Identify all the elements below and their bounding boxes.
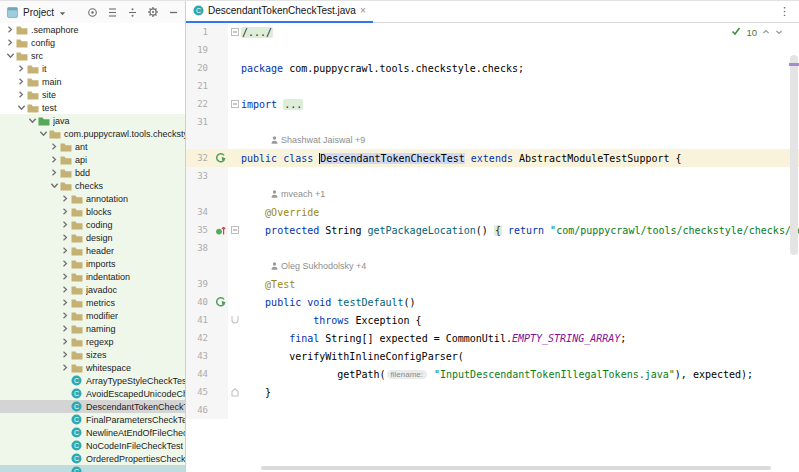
collapse-all-icon[interactable] bbox=[127, 7, 138, 18]
code-author-inlay[interactable]: Oleg Sukhodolsky +4 bbox=[241, 261, 366, 271]
chevron-right-icon[interactable] bbox=[16, 90, 26, 99]
tree-item-site[interactable]: site bbox=[0, 88, 185, 101]
close-icon[interactable]: × bbox=[360, 6, 366, 16]
code-line-32: 32public class DescendantTokenCheckTest … bbox=[186, 149, 799, 167]
chevron-right-icon[interactable] bbox=[60, 272, 70, 281]
overriding-method-icon bbox=[215, 224, 227, 236]
tree-item-imports[interactable]: imports bbox=[0, 257, 185, 270]
tree-item-api[interactable]: api bbox=[0, 153, 185, 166]
chevron-right-icon[interactable] bbox=[60, 285, 70, 294]
chevron-right-icon[interactable] bbox=[49, 168, 59, 177]
chevron-right-icon[interactable] bbox=[60, 246, 70, 255]
tree-chevron-down-icon[interactable] bbox=[5, 51, 15, 60]
run-test-icon[interactable] bbox=[213, 149, 228, 167]
tree-item-header[interactable]: header bbox=[0, 244, 185, 257]
chevron-right-icon[interactable] bbox=[49, 142, 59, 151]
tree-chevron-down-icon[interactable] bbox=[49, 181, 59, 190]
tree-chevron-down-icon[interactable] bbox=[16, 103, 26, 112]
settings-gear-icon[interactable] bbox=[147, 6, 159, 18]
tree-item-main[interactable]: main bbox=[0, 75, 185, 88]
chevron-right-icon[interactable] bbox=[60, 207, 70, 216]
tree-item-metrics[interactable]: metrics bbox=[0, 296, 185, 309]
tree-item-checks[interactable]: checks bbox=[0, 179, 185, 192]
tree-item-src[interactable]: src bbox=[0, 49, 185, 62]
tree-item-it[interactable]: it bbox=[0, 62, 185, 75]
chevron-right-icon[interactable] bbox=[60, 220, 70, 229]
horizontal-scrollbar[interactable] bbox=[261, 466, 771, 470]
tree-item-descendanttokenchecktest[interactable]: CDescendantTokenCheckTest bbox=[0, 400, 185, 413]
chevron-down-icon[interactable] bbox=[59, 3, 66, 21]
chevron-right-icon[interactable] bbox=[60, 194, 70, 203]
inspections-widget[interactable]: 10 bbox=[731, 26, 783, 38]
tree-item-regexp[interactable]: regexp bbox=[0, 335, 185, 348]
test-root-folder-icon bbox=[38, 116, 50, 126]
tree-item-sizes[interactable]: sizes bbox=[0, 348, 185, 361]
chevron-right-icon[interactable] bbox=[60, 311, 70, 320]
chevron-up-icon[interactable] bbox=[762, 27, 770, 38]
chevron-right-icon[interactable] bbox=[16, 77, 26, 86]
tree-item-modifier[interactable]: modifier bbox=[0, 309, 185, 322]
code-author-inlay[interactable]: mveach +1 bbox=[241, 189, 325, 199]
tree-item-indentation[interactable]: indentation bbox=[0, 270, 185, 283]
vertical-scrollbar-thumb[interactable] bbox=[790, 55, 798, 255]
tree-item-test[interactable]: test bbox=[0, 101, 185, 114]
tree-item-coding[interactable]: coding bbox=[0, 218, 185, 231]
code-author-inlay[interactable]: Shashwat Jaiswal +9 bbox=[241, 135, 365, 145]
tree-item-javadoc[interactable]: javadoc bbox=[0, 283, 185, 296]
chevron-right-icon[interactable] bbox=[60, 298, 70, 307]
code-token: /.../ bbox=[241, 27, 273, 38]
vertical-scrollbar[interactable] bbox=[790, 37, 798, 467]
overriding-method-icon[interactable] bbox=[213, 221, 228, 239]
tree-item-whitespace[interactable]: whitespace bbox=[0, 361, 185, 374]
chevron-right-icon[interactable] bbox=[60, 337, 70, 346]
code-token: "InputDescendantTokenIllegalTokens.java" bbox=[434, 369, 675, 380]
tree-item[interactable]: C bbox=[0, 465, 185, 472]
author-inlay-text: Oleg Sukhodolsky +4 bbox=[281, 261, 366, 271]
chevron-right-icon[interactable] bbox=[16, 64, 26, 73]
chevron-right-icon[interactable] bbox=[60, 233, 70, 242]
tree-item-com-puppycrawl-tools-checkstyle[interactable]: com.puppycrawl.tools.checkstyle bbox=[0, 127, 185, 140]
fold-arc-icon[interactable] bbox=[228, 311, 241, 329]
fold-box-icon[interactable] bbox=[228, 23, 241, 41]
chevron-right-icon[interactable] bbox=[60, 324, 70, 333]
tree-item-naming[interactable]: naming bbox=[0, 322, 185, 335]
code-editor[interactable]: 10 1/.../1920package com.puppycrawl.tool… bbox=[186, 23, 799, 472]
chevron-right-icon[interactable] bbox=[60, 350, 70, 359]
gutter-cell bbox=[213, 329, 228, 347]
tree-item-ant[interactable]: ant bbox=[0, 140, 185, 153]
fold-box-icon[interactable] bbox=[228, 95, 241, 113]
tree-chevron-down-icon[interactable] bbox=[27, 116, 37, 125]
tree-item--semaphore[interactable]: .semaphore bbox=[0, 23, 185, 36]
tree-item-newlineatendoffilechecktest[interactable]: CNewlineAtEndOfFileCheckTest bbox=[0, 426, 185, 439]
chevron-down-icon[interactable] bbox=[775, 27, 783, 38]
expand-all-icon[interactable] bbox=[107, 7, 118, 18]
tree-item-annotation[interactable]: annotation bbox=[0, 192, 185, 205]
chevron-right-icon[interactable] bbox=[5, 38, 15, 47]
tree-item-avoidescapedunicodecharactersche[interactable]: CAvoidEscapedUnicodeCharactersChe bbox=[0, 387, 185, 400]
tree-item-nocodeinfilechecktest[interactable]: CNoCodeInFileCheckTest bbox=[0, 439, 185, 452]
tree-item-orderedpropertieschecktest[interactable]: COrderedPropertiesCheckTest bbox=[0, 452, 185, 465]
tree-item-finalparameterschecktest[interactable]: CFinalParametersCheckTest bbox=[0, 413, 185, 426]
tree-item-design[interactable]: design bbox=[0, 231, 185, 244]
tree-item-config[interactable]: config bbox=[0, 36, 185, 49]
tree-item-java[interactable]: java bbox=[0, 114, 185, 127]
tab-descendanttokenchecktest[interactable]: C DescendantTokenCheckTest.java × bbox=[186, 1, 373, 23]
tree-item-blocks[interactable]: blocks bbox=[0, 205, 185, 218]
tree-item-arraytypestylechecktest[interactable]: CArrayTypeStyleCheckTest bbox=[0, 374, 185, 387]
fold-box-icon[interactable] bbox=[228, 221, 241, 239]
hide-panel-icon[interactable] bbox=[168, 7, 179, 18]
locate-file-icon[interactable] bbox=[87, 7, 98, 18]
chevron-right-icon[interactable] bbox=[60, 259, 70, 268]
project-panel: Project .semaphoreconfigsrcitmainsitetes… bbox=[0, 1, 186, 472]
tree-item-bdd[interactable]: bdd bbox=[0, 166, 185, 179]
chevron-right-icon[interactable] bbox=[60, 363, 70, 372]
run-test-icon[interactable] bbox=[213, 293, 228, 311]
tree-item-label: indentation bbox=[86, 272, 130, 282]
fold-home-icon[interactable] bbox=[228, 383, 241, 401]
chevron-right-icon[interactable] bbox=[5, 25, 15, 34]
inlay-cell: Oleg Sukhodolsky +4 bbox=[241, 257, 799, 275]
chevron-right-icon[interactable] bbox=[49, 155, 59, 164]
code-line-34: 34 @Override bbox=[186, 203, 799, 221]
tree-chevron-down-icon[interactable] bbox=[38, 129, 48, 138]
kebab-menu-icon[interactable]: ⋮ bbox=[779, 5, 799, 18]
